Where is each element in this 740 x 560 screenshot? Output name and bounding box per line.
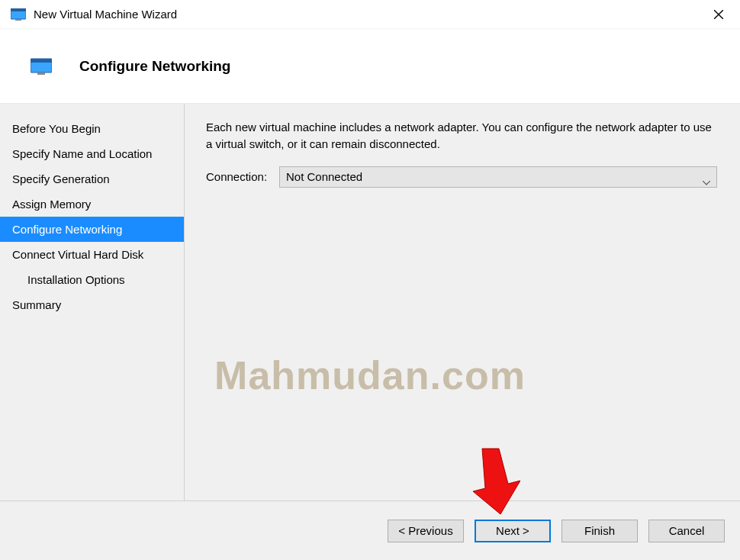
sidebar-item-connect-vhd[interactable]: Connect Virtual Hard Disk (0, 242, 184, 267)
page-description: Each new virtual machine includes a netw… (206, 119, 717, 153)
connection-label: Connection: (206, 170, 273, 183)
connection-dropdown[interactable]: Not Connected (279, 166, 717, 188)
wizard-body: Before You Begin Specify Name and Locati… (0, 104, 740, 500)
sidebar-item-installation-options[interactable]: Installation Options (0, 267, 184, 292)
sidebar-item-specify-generation[interactable]: Specify Generation (0, 166, 184, 191)
svg-rect-6 (31, 59, 52, 63)
connection-row: Connection: Not Connected (206, 166, 717, 188)
app-icon (11, 8, 26, 21)
titlebar: New Virtual Machine Wizard (0, 0, 740, 29)
sidebar-item-before-you-begin[interactable]: Before You Begin (0, 116, 184, 141)
wizard-footer: < Previous Next > Finish Cancel (0, 500, 740, 560)
previous-button[interactable]: < Previous (388, 520, 464, 542)
svg-rect-7 (37, 72, 45, 75)
close-button[interactable] (703, 3, 734, 26)
svg-rect-2 (15, 19, 21, 21)
wizard-sidebar: Before You Begin Specify Name and Locati… (0, 104, 185, 500)
sidebar-item-specify-name[interactable]: Specify Name and Location (0, 141, 184, 166)
connection-value: Not Connected (286, 170, 362, 183)
chevron-down-icon (703, 175, 710, 179)
page-title: Configure Networking (79, 58, 230, 75)
wizard-header: Configure Networking (0, 29, 740, 104)
finish-button[interactable]: Finish (561, 520, 638, 542)
sidebar-item-assign-memory[interactable]: Assign Memory (0, 191, 184, 217)
cancel-button[interactable]: Cancel (648, 520, 725, 542)
svg-rect-1 (11, 8, 26, 11)
window-title: New Virtual Machine Wizard (34, 8, 703, 21)
sidebar-item-configure-networking[interactable]: Configure Networking (0, 217, 184, 242)
wizard-icon (31, 58, 52, 75)
next-button[interactable]: Next > (475, 520, 551, 542)
wizard-content: Each new virtual machine includes a netw… (185, 104, 740, 500)
sidebar-item-summary[interactable]: Summary (0, 292, 184, 317)
